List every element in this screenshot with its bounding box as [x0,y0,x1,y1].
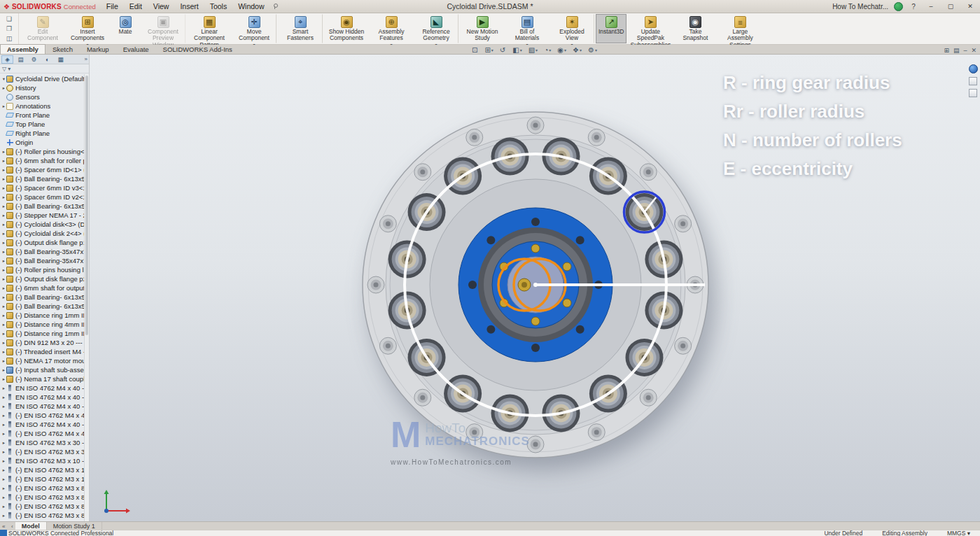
tree-item[interactable]: ▸ (-) Stepper NEMA 17 - 20mm [0,211,84,220]
tree-item[interactable]: ▸ (-) Threaded insert M4 - 1.5mm [0,347,84,356]
pane-control-icon[interactable]: ✕ [971,47,976,54]
tab-nav-icon[interactable]: ‹ [9,523,15,530]
tree-item[interactable]: ▸ (-) Output disk flange p2<1> ( [0,274,84,283]
status-item[interactable]: MMGS ▾ [947,530,970,536]
view-tool-icon[interactable]: ▧ ▾ [527,46,539,54]
tree-item[interactable]: ▸ (-) Ball Bearing- 6x13x5mm<2 [0,202,84,211]
tree-expand-icon[interactable]: ▸ [1,158,6,164]
command-tab[interactable]: Assembly [0,44,46,54]
tree-item[interactable]: ▸ (-) 6mm shaft for roller pins<1 [0,156,84,165]
study-tab[interactable]: Model [15,522,47,530]
quick-access-icon[interactable]: ❐ [2,24,16,34]
tree-item[interactable]: ▸ EN ISO 4762 M4 x 40 - 20N< [0,393,84,402]
3dexperience-icon[interactable] [969,64,978,73]
tree-expand-icon[interactable]: ▸ [1,376,6,382]
command-tab[interactable]: SOLIDWORKS Add-Ins [156,44,239,54]
menu-item[interactable]: Edit [125,1,147,11]
panel-expand-icon[interactable]: » [85,56,88,62]
ribbon-button[interactable]: ✶ Exploded View ▾ [550,14,594,43]
ribbon-button[interactable]: ✛ Move Component ▾ [232,14,276,43]
pane-control-icon[interactable]: ⊞ [944,47,949,54]
view-tool-icon[interactable]: ❖ ▾ [571,46,583,54]
ribbon-button[interactable]: ➤ Update SpeedPak Subassemblies [628,14,673,43]
tree-item[interactable]: ▸ (-) DIN 912 M3 x 20 --- 20N<1 [0,338,84,347]
view-tool-icon[interactable]: ⊡ [470,46,479,54]
tree-expand-icon[interactable]: ▸ [1,358,6,364]
tree-expand-icon[interactable]: ▸ [1,249,6,255]
tree-expand-icon[interactable]: ▸ [1,149,6,155]
ribbon-button[interactable]: ◉ Take Snapshot [673,14,718,43]
tree-item[interactable]: Origin [0,138,84,147]
chevron-down-icon[interactable]: ▾ [8,66,10,72]
tree-item[interactable]: ▸ (-) Spacer 6mm ID v3<1> (Def [0,183,84,192]
tree-item[interactable]: ▸ (-) Distance ring 1mm ID 6mm [0,311,84,320]
tree-item[interactable]: ▸ (-) EN ISO 4762 M3 x 10 - 10N [0,474,84,484]
tree-expand-icon[interactable]: ▸ [1,276,6,282]
tree-expand-icon[interactable]: ▸ [1,222,6,227]
tree-item[interactable]: ▸ (-) Ball Bearing- 6x13x5mm<1 [0,174,84,183]
study-tab[interactable]: Motion Study 1 [47,522,102,530]
tree-expand-icon[interactable]: ▸ [1,449,6,455]
tree-expand-icon[interactable]: ▸ [1,422,6,428]
tree-expand-icon[interactable]: ▸ [1,331,6,337]
tree-filter-row[interactable]: ▽ ▾ [0,64,89,73]
tree-item[interactable]: ▸ (-) Ball Bearing- 6x13x5mm<3 [0,292,84,302]
tree-expand-icon[interactable]: ▸ [1,504,6,509]
tree-expand-icon[interactable]: ▸ [1,467,6,473]
tree-item[interactable]: ▸ (-) EN ISO 4762 M3 x 8 - 8N<18 [0,511,84,520]
tree-item[interactable]: ▸ EN ISO 4762 M3 x 30 - 18N< [0,438,84,447]
tree-expand-icon[interactable]: ▸ [1,285,6,291]
close-button[interactable]: ✕ [963,1,977,12]
help-icon[interactable]: ? [909,3,918,10]
ribbon-button[interactable]: ⊕ Assembly Features ▾ [369,14,414,43]
tree-expand-icon[interactable]: ▸ [1,395,6,400]
tree-expand-icon[interactable]: ▸ [1,386,6,391]
tree-item[interactable]: ▸ Annotations [0,101,84,111]
restore-button[interactable]: ▢ [944,1,958,12]
tree-expand-icon[interactable]: ▾ [1,76,6,82]
ribbon-button[interactable]: ▦ Linear Component Pattern ▾ [187,14,232,43]
status-item[interactable]: Editing Assembly [882,530,927,536]
tree-expand-icon[interactable]: ▸ [1,240,6,246]
tree-item[interactable]: ▾ Cycloidal Drive (Default) <Display S [0,74,84,83]
user-avatar[interactable] [894,2,903,11]
tree-expand-icon[interactable]: ▸ [1,258,6,264]
view-tool-icon[interactable]: ⊞ ▾ [483,46,494,54]
tree-scrollbar-thumb[interactable] [85,76,88,335]
ribbon-button[interactable]: ≡ Large Assembly Settings ▾ [718,14,762,43]
tree-item[interactable]: ▸ EN ISO 4762 M4 x 40 - 20N< [0,402,84,411]
tree-item[interactable]: ▸ (-) Spacer 6mm ID<1> (Defaul [0,165,84,174]
ribbon-button[interactable]: ◎ Mate [110,14,141,43]
tree-item[interactable]: Right Plane [0,129,84,138]
tree-item[interactable]: ▸ (-) Ball Bearing-35x47x7mm<1 [0,247,84,256]
tree-item[interactable]: ▸ (-) EN ISO 4762 M4 x 40 - 20N [0,429,84,438]
tree-expand-icon[interactable]: ▸ [1,413,6,418]
tree-expand-icon[interactable]: ▸ [1,295,6,300]
tree-scrollbar[interactable] [84,74,89,521]
tree-item[interactable]: ▸ (-) Nema 17 shaft coupler<1> [0,374,84,383]
tree-expand-icon[interactable]: ▸ [1,213,6,218]
tree-expand-icon[interactable]: ▸ [1,431,6,437]
task-pane-library-icon[interactable] [969,89,977,97]
tree-item[interactable]: ▸ (-) Distance ring 4mm ID 6mm [0,320,84,329]
filter-funnel-icon[interactable]: ▽ [2,66,6,72]
tree-item[interactable]: ▸ (-) Roller pins housing lid<1> ( [0,265,84,274]
tree-expand-icon[interactable]: ▸ [1,104,6,109]
tree-expand-icon[interactable]: ▸ [1,313,6,318]
tree-expand-icon[interactable]: ▸ [1,195,6,200]
pane-control-icon[interactable]: – [963,47,967,54]
command-tab[interactable]: Markup [80,44,116,54]
tree-expand-icon[interactable]: ▸ [1,185,6,191]
tree-item[interactable]: ▸ (-) 6mm shaft for output roller [0,283,84,292]
tree-expand-icon[interactable]: ▸ [1,486,6,491]
tree-item[interactable]: Front Plane [0,111,84,120]
tree-item[interactable]: ▸ (-) EN ISO 4762 M3 x 30 - 18N [0,447,84,456]
tree-item[interactable]: ▸ EN ISO 4762 M4 x 40 - 20N< [0,383,84,393]
tree-expand-icon[interactable]: ▸ [1,267,6,273]
account-label[interactable]: How To Mechatr... [832,3,888,10]
ribbon-button[interactable]: ▣ Component Preview Window [141,14,186,43]
quick-access-icon[interactable]: ❏ [2,15,16,24]
tree-item[interactable]: ▸ (-) Spacer 6mm ID v2<1> (Def [0,192,84,202]
view-tool-icon[interactable]: ⚙ ▾ [587,46,598,54]
view-tool-icon[interactable]: ◔ ▾ [542,46,552,54]
